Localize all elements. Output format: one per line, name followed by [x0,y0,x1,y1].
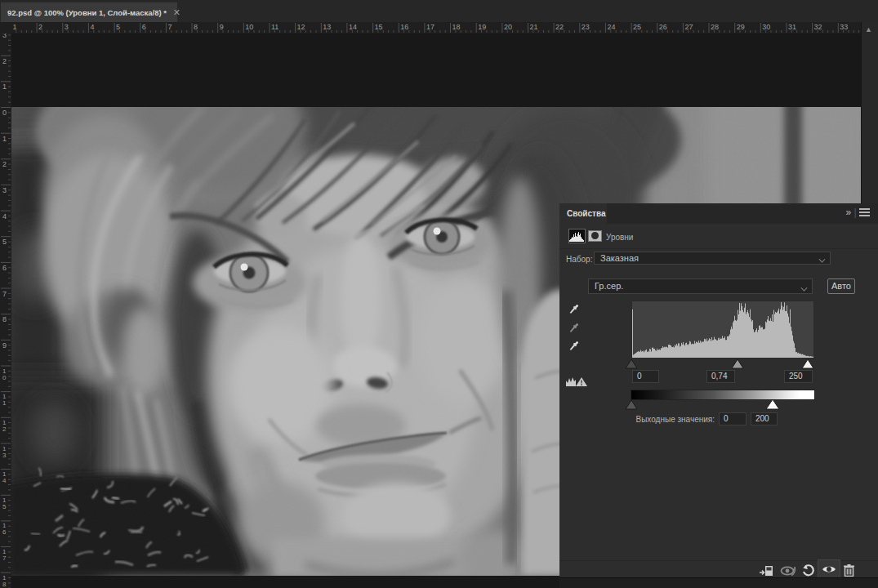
svg-text:4: 4 [90,23,94,31]
svg-text:14: 14 [349,23,357,31]
svg-text:11: 11 [271,23,279,31]
svg-text:6: 6 [2,528,7,536]
svg-text:9: 9 [220,23,224,31]
svg-text:18: 18 [452,23,461,31]
svg-text:13: 13 [323,23,331,31]
svg-text:2: 2 [2,160,7,168]
svg-text:1: 1 [2,135,7,143]
svg-text:15: 15 [375,23,383,31]
svg-text:20: 20 [504,23,512,31]
svg-text:5: 5 [2,503,7,510]
svg-text:16: 16 [400,23,408,31]
svg-text:3: 3 [65,23,69,31]
svg-text:4: 4 [2,477,7,484]
svg-text:0: 0 [2,109,7,117]
svg-text:5: 5 [2,238,7,246]
svg-text:31: 31 [788,23,796,31]
svg-text:2: 2 [2,57,7,65]
svg-text:3: 3 [2,452,7,459]
svg-text:9: 9 [2,341,7,350]
svg-text:17: 17 [426,23,435,31]
svg-text:5: 5 [116,23,120,31]
svg-text:2: 2 [38,23,42,31]
svg-text:25: 25 [633,23,641,31]
svg-text:28: 28 [711,23,719,31]
svg-text:12: 12 [297,23,305,31]
svg-text:1: 1 [2,82,7,91]
svg-text:27: 27 [684,23,693,31]
svg-text:6: 6 [142,23,146,31]
svg-text:23: 23 [582,23,590,31]
svg-text:32: 32 [814,23,822,31]
svg-text:29: 29 [737,23,745,31]
svg-text:3: 3 [2,186,7,194]
svg-text:7: 7 [2,555,7,562]
svg-text:30: 30 [762,23,770,31]
svg-text:8: 8 [2,315,7,323]
svg-text:26: 26 [659,23,667,31]
svg-text:24: 24 [607,23,615,31]
svg-text:6: 6 [2,264,7,272]
svg-text:8: 8 [2,581,7,588]
svg-text:33: 33 [840,23,848,31]
svg-text:21: 21 [530,23,538,31]
svg-text:10: 10 [245,23,253,31]
svg-text:0: 0 [2,374,7,381]
svg-text:2: 2 [2,425,7,433]
svg-text:7: 7 [167,23,172,31]
svg-text:1: 1 [2,399,7,407]
svg-text:1: 1 [13,23,17,31]
svg-text:8: 8 [194,23,198,31]
svg-text:19: 19 [478,23,486,31]
svg-text:7: 7 [2,290,7,298]
svg-text:22: 22 [555,23,564,31]
svg-text:4: 4 [2,212,7,220]
